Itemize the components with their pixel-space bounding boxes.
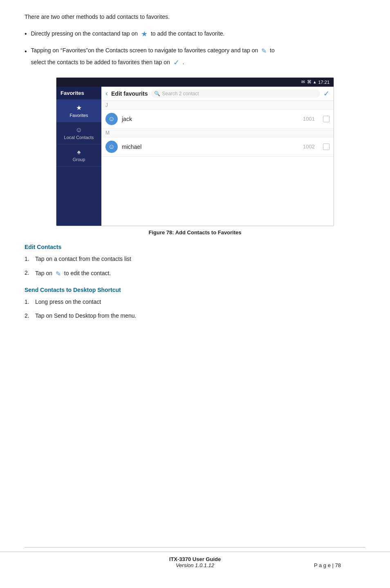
check-icon-inline: ✓ xyxy=(173,56,179,69)
contact-row-jack[interactable]: ☺ jack 1001 xyxy=(101,110,334,129)
sidebar-local-label: Local Contacts xyxy=(64,135,94,140)
bullet1-text-before: Directly pressing on the contactand tap … xyxy=(31,30,138,37)
sidebar: Favorites ★ Favorites ☺ Local Contacts ♠… xyxy=(56,87,101,226)
bullet-item-2: • Tapping on “Favorites”on the Contacts … xyxy=(25,45,365,69)
chat-icon: ✉ xyxy=(301,79,305,85)
header-title: Edit favourits xyxy=(111,90,148,97)
time-display: 17:21 xyxy=(318,80,329,85)
figure-caption: Figure 78: Add Contacts to Favorites xyxy=(25,229,365,236)
edit-step-2-num: 2. xyxy=(25,268,32,279)
sidebar-item-local-contacts[interactable]: ☺ Local Contacts xyxy=(56,122,101,144)
contact-name-jack: jack xyxy=(122,116,299,122)
search-box[interactable]: 🔍 Search 2 contact xyxy=(151,90,320,98)
phone-screen: Favorites ★ Favorites ☺ Local Contacts ♠… xyxy=(56,87,334,226)
group-icon: ♠ xyxy=(77,148,81,156)
contact-avatar-michael: ☺ xyxy=(105,141,118,153)
pencil-icon-inline: ✎ xyxy=(261,45,267,56)
sidebar-item-favorites[interactable]: ★ Favorites xyxy=(56,100,101,122)
bullet-text-1: Directly pressing on the contactand tap … xyxy=(31,28,365,40)
star-icon: ★ xyxy=(141,28,148,40)
bullet-item-1: • Directly pressing on the contactand ta… xyxy=(25,28,365,40)
status-icons: ✉ ⌘ ▴ 17:21 xyxy=(301,79,329,85)
contact-number-michael: 1002 xyxy=(303,144,315,150)
edit-step-1-num: 1. xyxy=(25,254,32,264)
edit-step-1: 1. Tap on a contact from the contacts li… xyxy=(25,254,365,264)
send-contacts-title: Send Contacts to Desktop Shortcut xyxy=(25,287,365,293)
contact-number-jack: 1001 xyxy=(303,116,315,122)
favorites-icon: ★ xyxy=(76,104,82,112)
contact-avatar-jack: ☺ xyxy=(105,113,118,125)
search-icon: 🔍 xyxy=(154,91,160,97)
screenshot-container: ✉ ⌘ ▴ 17:21 Favorites ★ Favorites ☺ Loca… xyxy=(56,77,334,226)
sidebar-item-group[interactable]: ♠ Group xyxy=(56,144,101,166)
contact-checkbox-jack[interactable] xyxy=(323,116,329,122)
search-placeholder: Search 2 contact xyxy=(162,91,199,97)
contact-checkbox-michael[interactable] xyxy=(323,144,329,150)
page-number: P a g e | 78 xyxy=(314,562,341,568)
footer-title: ITX-3370 User Guide xyxy=(0,556,390,562)
edit-step-2-text: Tap on ✎ to edit the contact. xyxy=(35,268,365,279)
intro-paragraph: There are two other methods to add conta… xyxy=(25,12,365,21)
local-contacts-icon: ☺ xyxy=(76,126,82,134)
signal-icon: ▴ xyxy=(314,79,316,85)
wifi-icon: ⌘ xyxy=(307,79,312,85)
send-step-2-text: Tap on Send to Desktop from the menu. xyxy=(35,311,365,321)
status-bar: ✉ ⌘ ▴ 17:21 xyxy=(56,78,334,87)
bullet2-text-before: Tapping on “Favorites”on the Contacts sc… xyxy=(31,47,258,54)
send-step-2: 2. Tap on Send to Desktop from the menu. xyxy=(25,311,365,321)
send-step-2-num: 2. xyxy=(25,311,32,321)
send-step-1-num: 1. xyxy=(25,297,32,307)
contact-name-michael: michael xyxy=(122,144,299,150)
contact-row-michael[interactable]: ☺ michael 1002 xyxy=(101,137,334,157)
sidebar-header: Favorites xyxy=(56,87,101,100)
bullet-dot-2: • xyxy=(25,46,27,57)
pencil-icon-step2: ✎ xyxy=(56,268,61,279)
confirm-button[interactable]: ✓ xyxy=(323,89,329,98)
main-content-area: ‹ Edit favourits 🔍 Search 2 contact ✓ J … xyxy=(101,87,334,226)
bullet-text-2: Tapping on “Favorites”on the Contacts sc… xyxy=(31,45,365,69)
sidebar-group-label: Group xyxy=(73,157,85,162)
edit-step-2: 2. Tap on ✎ to edit the contact. xyxy=(25,268,365,279)
back-button[interactable]: ‹ xyxy=(105,89,108,98)
section-header-m: M xyxy=(101,129,334,137)
send-step-1: 1. Long press on the contact xyxy=(25,297,365,307)
section-header-j: J xyxy=(101,101,334,110)
sidebar-favorites-label: Favorites xyxy=(69,113,88,118)
edit-contacts-title: Edit Contacts xyxy=(25,244,365,250)
send-step-1-text: Long press on the contact xyxy=(35,297,365,307)
main-header: ‹ Edit favourits 🔍 Search 2 contact ✓ xyxy=(101,87,334,101)
edit-step-1-text: Tap on a contact from the contacts list xyxy=(35,254,365,264)
bullet-dot-1: • xyxy=(25,29,27,39)
